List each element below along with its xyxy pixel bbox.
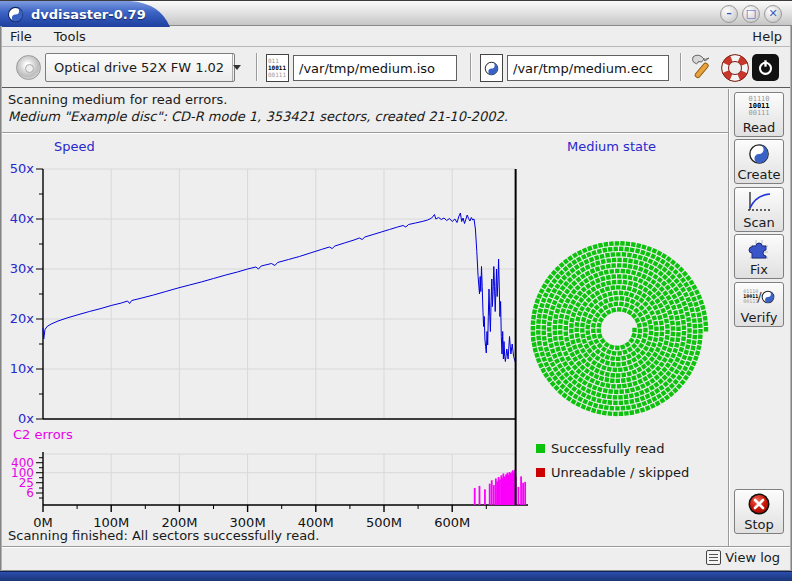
window-left-frame — [0, 26, 2, 571]
toolbar-separator — [256, 53, 257, 81]
legend-read: Successfully read — [536, 441, 664, 456]
stop-button[interactable]: Stop — [734, 489, 784, 534]
drive-select-value: Optical drive 52X FW 1.02 — [46, 60, 232, 75]
window-title: dvdisaster-0.79 — [31, 7, 146, 22]
ecc-path-input[interactable] — [507, 55, 669, 81]
power-icon — [757, 59, 774, 76]
create-button[interactable]: Create — [734, 139, 784, 184]
legend-unreadable: Unreadable / skipped — [536, 465, 689, 480]
read-icon: 011101001100111 — [748, 96, 769, 117]
verify-button[interactable]: 011101001100111 / Verify — [734, 282, 784, 327]
verify-button-label: Verify — [741, 310, 778, 325]
fix-button-label: Fix — [750, 262, 768, 277]
scan-chart-icon — [746, 191, 772, 213]
action-sidebar: 011101001100111 Read Create Scan Fix — [728, 89, 792, 547]
maximize-button[interactable]: □ — [742, 5, 760, 23]
read-button[interactable]: 011101001100111 Read — [734, 92, 784, 137]
create-yinyang-icon — [748, 143, 770, 165]
app-logo-icon — [7, 6, 24, 23]
legend-read-label: Successfully read — [551, 441, 664, 456]
status-line2: Medium "Example disc": CD-R mode 1, 3534… — [8, 109, 720, 124]
svg-text:20x: 20x — [10, 311, 35, 326]
help-lifebuoy-icon[interactable] — [721, 54, 749, 82]
iso-file-icon: 0111001100111 — [266, 54, 289, 82]
scan-button-label: Scan — [743, 215, 775, 230]
read-button-label: Read — [743, 120, 776, 135]
svg-text:500M: 500M — [366, 515, 402, 530]
verify-yinyang-icon — [761, 290, 775, 304]
toolbar-separator — [680, 53, 681, 81]
stop-icon — [747, 492, 771, 516]
drive-select[interactable]: Optical drive 52X FW 1.02 — [45, 53, 235, 82]
view-log-button[interactable]: View log — [706, 550, 780, 565]
optical-disc-icon — [16, 55, 41, 80]
legend-unreadable-label: Unreadable / skipped — [551, 465, 689, 480]
legend-unreadable-swatch — [536, 468, 545, 477]
svg-text:40x: 40x — [10, 211, 35, 226]
minimize-button[interactable]: – — [720, 5, 738, 23]
scan-button[interactable]: Scan — [734, 187, 784, 232]
menu-tools[interactable]: Tools — [54, 29, 86, 44]
drive-select-arrow[interactable] — [232, 54, 241, 81]
footer-bar: View log — [0, 548, 792, 570]
fix-puzzle-icon — [747, 237, 771, 261]
stop-button-label: Stop — [744, 517, 774, 532]
window-bottom-frame — [0, 570, 792, 581]
svg-text:30x: 30x — [10, 261, 35, 276]
quit-power-button[interactable] — [752, 54, 779, 81]
toolbar-separator — [470, 53, 471, 81]
title-bar[interactable]: dvdisaster-0.79 – □ ✕ — [0, 0, 792, 26]
preferences-wrench-icon[interactable] — [688, 54, 716, 82]
status-line1: Scanning medium for read errors. — [8, 92, 720, 107]
svg-text:10x: 10x — [10, 361, 35, 376]
log-list-icon — [706, 550, 721, 565]
create-button-label: Create — [737, 167, 780, 182]
scan-result-text: Scanning finished: All sectors successfu… — [8, 528, 320, 543]
legend-read-swatch — [536, 444, 545, 453]
menu-help[interactable]: Help — [752, 29, 782, 44]
menu-file[interactable]: File — [10, 29, 32, 44]
fix-button[interactable]: Fix — [734, 234, 784, 279]
ecc-file-icon — [480, 54, 503, 82]
svg-text:0x: 0x — [18, 411, 34, 426]
verify-binary-icon: 011101001100111 — [743, 289, 758, 304]
menu-bar: File Tools Help — [0, 27, 792, 47]
status-header: Scanning medium for read errors. Medium … — [0, 89, 728, 133]
medium-state-disc — [531, 241, 709, 416]
svg-text:400: 400 — [11, 456, 34, 470]
svg-text:50x: 50x — [10, 161, 35, 176]
title-tab: dvdisaster-0.79 — [0, 1, 170, 27]
iso-path-input[interactable] — [293, 55, 457, 81]
svg-text:600M: 600M — [434, 515, 470, 530]
close-button[interactable]: ✕ — [764, 5, 782, 23]
view-log-label: View log — [725, 550, 780, 565]
chevron-down-icon — [233, 65, 241, 70]
app-window: dvdisaster-0.79 – □ ✕ File Tools Help Op… — [0, 0, 792, 581]
